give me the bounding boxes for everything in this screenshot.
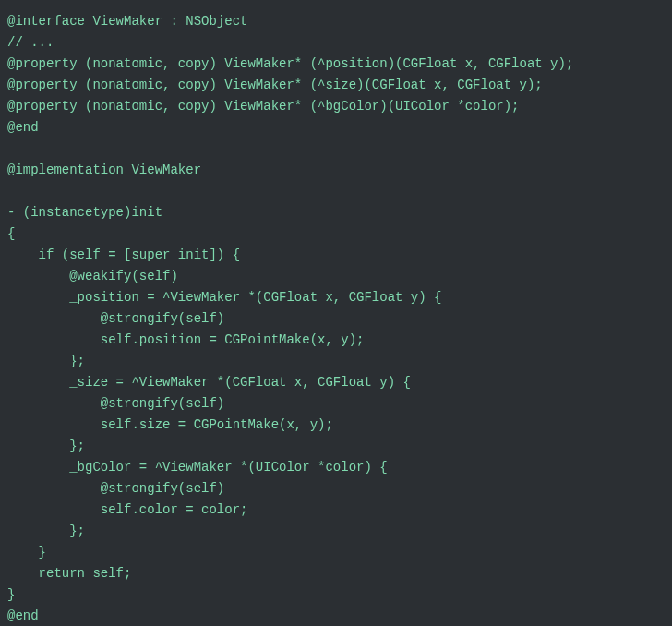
code-block: @interface ViewMaker : NSObject // ... @… [0,0,672,626]
code-line: self.color = color; [7,502,247,517]
code-line: self.position = CGPointMake(x, y); [7,332,364,347]
code-line: self.size = CGPointMake(x, y); [7,417,333,432]
code-line: if (self = [super init]) { [7,247,240,262]
code-line: return self; [7,566,131,581]
code-line: @interface ViewMaker : NSObject [7,14,247,29]
code-line: @end [7,608,39,623]
code-line: }; [7,439,85,453]
code-line: @property (nonatomic, copy) ViewMaker* (… [7,56,573,71]
code-line: @strongify(self) [7,311,224,326]
code-line: @end [7,120,39,135]
code-line: @strongify(self) [7,396,224,411]
code-line: _position = ^ViewMaker *(CGFloat x, CGFl… [7,290,441,305]
code-line: @implementation ViewMaker [7,163,201,177]
code-line: }; [7,354,85,368]
code-line: }; [7,524,85,538]
code-line: } [7,545,46,560]
code-line: } [7,587,15,602]
code-line: @property (nonatomic, copy) ViewMaker* (… [7,99,520,114]
code-line: _size = ^ViewMaker *(CGFloat x, CGFloat … [7,375,411,390]
code-line: { [7,226,15,241]
code-line: @property (nonatomic, copy) ViewMaker* (… [7,78,543,92]
code-line: _bgColor = ^ViewMaker *(UIColor *color) … [7,460,388,475]
code-line: @strongify(self) [7,481,224,496]
code-line: @weakify(self) [7,269,178,283]
code-line: - (instancetype)init [7,205,162,220]
code-line: // ... [7,35,54,50]
